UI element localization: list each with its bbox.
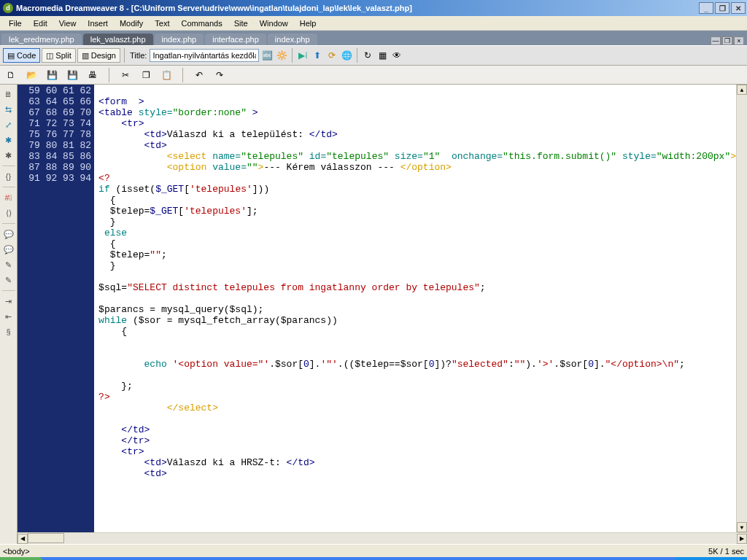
recent-snippets-icon[interactable]: ✎ [2,273,15,287]
split-view-button[interactable]: ◫Split [42,48,75,63]
format-icon[interactable]: § [2,325,15,338]
open-icon[interactable]: 📂 [25,69,38,82]
title-bar: d Macromedia Dreamweaver 8 - [C:\Uniform… [0,0,747,16]
scroll-down-icon[interactable]: ▼ [737,522,747,532]
spellcheck-icon[interactable]: 🔤 [260,49,274,62]
document-title-input[interactable] [150,49,259,62]
syntax-error-icon[interactable]: ⟨⟩ [2,206,15,219]
apply-comment-icon[interactable]: 💬 [2,228,15,241]
app-icon: d [3,3,13,13]
doc-close-button[interactable]: × [734,36,744,45]
system-tray[interactable]: HU « 💬 23:05 [676,557,747,560]
document-tab[interactable]: lek_eredmeny.php [1,34,82,45]
open-documents-icon[interactable]: 🗎 [2,88,15,101]
minimize-button[interactable]: _ [699,2,713,14]
document-tab[interactable]: interface.php [205,34,266,45]
tag-selector[interactable]: <body> [3,547,30,556]
save-all-icon[interactable]: 💾 [66,69,79,82]
workspace: 🗎 ⇆ ⤢ ✱ ✱ {} #⃞ ⟨⟩ 💬 💬 ✎ ✎ ⇥ ⇤ § 59 60 6… [0,85,747,544]
code-editor[interactable]: 59 60 61 62 63 64 65 66 67 68 69 70 71 7… [18,85,747,532]
expand-icon[interactable]: ⤢ [2,118,15,131]
menu-modify[interactable]: Modify [114,18,149,29]
code-toolbar: 🗎 ⇆ ⤢ ✱ ✱ {} #⃞ ⟨⟩ 💬 💬 ✎ ✎ ⇥ ⇤ § [0,85,18,544]
copy-icon[interactable]: ❐ [139,69,152,82]
wrap-tag-icon[interactable]: ✎ [2,258,15,271]
view-options-icon[interactable]: ▦ [376,49,389,62]
outdent-icon[interactable]: ⇤ [2,310,15,323]
remove-comment-icon[interactable]: 💬 [2,243,15,256]
scroll-up-icon[interactable]: ▲ [737,85,747,95]
highlight-invalid-icon[interactable]: #⃞ [2,191,15,204]
document-tab-bar: lek_eredmeny.phplek_valaszt.phpindex.php… [0,31,747,45]
breadcrumb-icon[interactable]: 🔆 [275,49,288,62]
code-view-button[interactable]: ▤Code [3,48,40,63]
view-toolbar: ▤Code ◫Split ▥Design Title: 🔤 🔆 ▶⁞ ⬆ ⟳ 🌐… [0,45,747,66]
vertical-scrollbar[interactable]: ▲ ▼ [736,85,747,532]
code-content[interactable]: <form > <table style="border:none" > <tr… [94,85,736,532]
split-icon: ◫ [46,51,53,61]
title-label: Title: [130,51,147,60]
menu-window[interactable]: Window [254,18,294,29]
document-tab[interactable]: index.php [268,34,317,45]
doc-restore-button[interactable]: ❐ [722,36,732,45]
indent-icon[interactable]: ⇥ [2,295,15,308]
doc-minimize-button[interactable]: — [711,36,721,45]
paste-icon[interactable]: 📋 [160,69,173,82]
refresh-server-icon[interactable]: ⟳ [325,49,338,62]
line-numbers-icon[interactable]: {} [2,170,15,183]
upload-icon[interactable]: ⬆ [311,49,324,62]
file-size-status: 5K / 1 sec [708,547,744,556]
maximize-button[interactable]: ❐ [715,2,729,14]
play-icon[interactable]: ▶⁞ [296,49,309,62]
menu-site[interactable]: Site [228,18,254,29]
line-number-gutter: 59 60 61 62 63 64 65 66 67 68 69 70 71 7… [18,85,94,532]
redo-icon[interactable]: ↷ [213,69,226,82]
scroll-thumb[interactable] [28,533,64,543]
document-tab[interactable]: index.php [155,34,204,45]
menu-edit[interactable]: Edit [28,18,53,29]
menu-view[interactable]: View [53,18,82,29]
menu-bar: FileEditViewInsertModifyTextCommandsSite… [0,16,747,31]
window-title: Macromedia Dreamweaver 8 - [C:\Uniform S… [16,4,412,12]
document-tab[interactable]: lek_valaszt.php [83,34,153,45]
new-file-icon[interactable]: 🗋 [4,69,18,82]
horizontal-scrollbar[interactable]: ◀ ▶ [18,532,747,544]
menu-file[interactable]: File [3,18,28,29]
scroll-left-icon[interactable]: ◀ [18,534,28,544]
cut-icon[interactable]: ✂ [119,69,132,82]
design-view-button[interactable]: ▥Design [77,48,120,63]
menu-commands[interactable]: Commands [175,18,228,29]
status-bar: <body> 5K / 1 sec [0,544,747,557]
refresh-icon[interactable]: ↻ [361,49,374,62]
code-icon: ▤ [7,51,15,61]
windows-taskbar: ⊞ Start ⓔ 🦊 🖵 🎵 ⁞ 💾Total Comma...🦊Ingatl… [0,557,747,560]
print-icon[interactable]: 🖶 [86,69,99,82]
visual-aids-icon[interactable]: 👁 [390,49,403,62]
menu-text[interactable]: Text [149,18,175,29]
select-parent-icon[interactable]: ✱ [2,133,15,147]
balance-braces-icon[interactable]: ✱ [2,149,15,162]
globe-icon[interactable]: 🌐 [340,49,353,62]
undo-icon[interactable]: ↶ [193,69,206,82]
scroll-right-icon[interactable]: ▶ [737,534,747,544]
close-button[interactable]: ✕ [731,2,746,14]
design-icon: ▥ [82,51,89,61]
menu-insert[interactable]: Insert [82,18,114,29]
standard-toolbar: 🗋 📂 💾 💾 🖶 ✂ ❐ 📋 ↶ ↷ [0,66,747,85]
save-icon[interactable]: 💾 [45,69,58,82]
menu-help[interactable]: Help [294,18,322,29]
start-button[interactable]: ⊞ Start [0,557,44,560]
collapse-icon[interactable]: ⇆ [2,103,15,116]
